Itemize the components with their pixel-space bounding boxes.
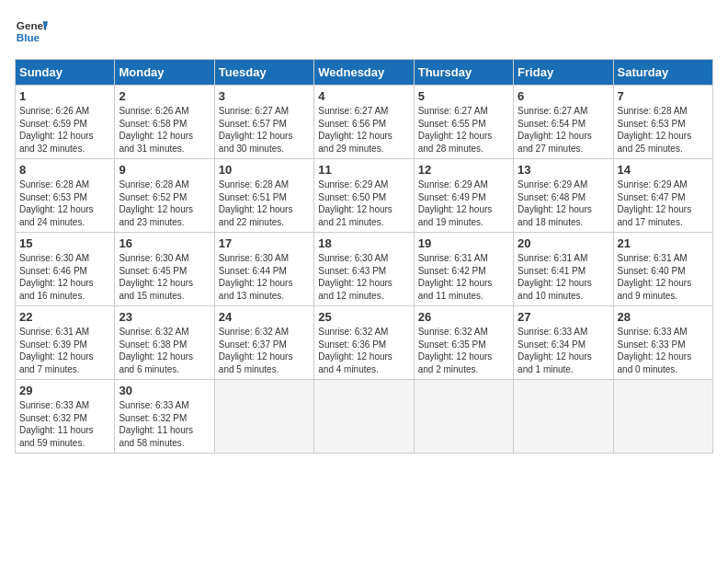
day-info: Sunrise: 6:33 AM Sunset: 6:32 PM Dayligh…: [19, 399, 110, 449]
calendar-cell: 21Sunrise: 6:31 AM Sunset: 6:40 PM Dayli…: [613, 233, 712, 306]
calendar-cell: 11Sunrise: 6:29 AM Sunset: 6:50 PM Dayli…: [314, 159, 414, 233]
day-number: 21: [618, 236, 709, 250]
day-number: 28: [618, 310, 709, 324]
calendar-cell: 8Sunrise: 6:28 AM Sunset: 6:53 PM Daylig…: [16, 159, 115, 233]
calendar-cell: 5Sunrise: 6:27 AM Sunset: 6:55 PM Daylig…: [414, 86, 513, 159]
svg-text:Blue: Blue: [17, 31, 40, 43]
day-number: 14: [618, 163, 709, 177]
calendar-cell: 28Sunrise: 6:33 AM Sunset: 6:33 PM Dayli…: [613, 306, 712, 380]
svg-text:General: General: [17, 19, 48, 31]
calendar-cell: 9Sunrise: 6:28 AM Sunset: 6:52 PM Daylig…: [115, 159, 214, 233]
day-number: 17: [219, 236, 310, 250]
day-number: 22: [19, 310, 110, 324]
day-info: Sunrise: 6:32 AM Sunset: 6:35 PM Dayligh…: [418, 326, 509, 375]
day-info: Sunrise: 6:26 AM Sunset: 6:59 PM Dayligh…: [19, 105, 110, 155]
day-info: Sunrise: 6:30 AM Sunset: 6:44 PM Dayligh…: [219, 252, 310, 302]
weekday-header-row: SundayMondayTuesdayWednesdayThursdayFrid…: [16, 60, 713, 86]
calendar-cell: 15Sunrise: 6:30 AM Sunset: 6:46 PM Dayli…: [16, 233, 115, 306]
calendar-cell: [414, 380, 513, 454]
day-info: Sunrise: 6:30 AM Sunset: 6:43 PM Dayligh…: [318, 252, 409, 302]
calendar-cell: 4Sunrise: 6:27 AM Sunset: 6:56 PM Daylig…: [314, 86, 414, 159]
day-number: 2: [119, 89, 210, 103]
day-number: 8: [19, 163, 110, 177]
day-number: 26: [418, 310, 509, 324]
day-info: Sunrise: 6:29 AM Sunset: 6:49 PM Dayligh…: [418, 178, 509, 228]
day-info: Sunrise: 6:29 AM Sunset: 6:47 PM Dayligh…: [618, 178, 709, 228]
calendar-cell: 24Sunrise: 6:32 AM Sunset: 6:37 PM Dayli…: [214, 306, 313, 380]
calendar-cell: 29Sunrise: 6:33 AM Sunset: 6:32 PM Dayli…: [16, 380, 115, 454]
day-number: 11: [318, 163, 409, 177]
calendar-cell: 14Sunrise: 6:29 AM Sunset: 6:47 PM Dayli…: [613, 159, 712, 233]
day-info: Sunrise: 6:31 AM Sunset: 6:41 PM Dayligh…: [518, 252, 609, 302]
day-number: 5: [418, 89, 509, 103]
day-number: 23: [119, 310, 210, 324]
header: General Blue: [15, 15, 713, 48]
day-info: Sunrise: 6:28 AM Sunset: 6:52 PM Dayligh…: [119, 178, 210, 228]
day-number: 20: [518, 236, 609, 250]
weekday-header-monday: Monday: [115, 60, 214, 86]
day-info: Sunrise: 6:29 AM Sunset: 6:50 PM Dayligh…: [318, 178, 409, 228]
calendar-cell: 7Sunrise: 6:28 AM Sunset: 6:53 PM Daylig…: [613, 86, 712, 159]
calendar-cell: 30Sunrise: 6:33 AM Sunset: 6:32 PM Dayli…: [115, 380, 214, 454]
day-number: 15: [19, 236, 110, 250]
day-info: Sunrise: 6:27 AM Sunset: 6:55 PM Dayligh…: [418, 105, 509, 155]
calendar-cell: [514, 380, 613, 454]
day-number: 6: [518, 89, 609, 103]
day-info: Sunrise: 6:33 AM Sunset: 6:32 PM Dayligh…: [119, 399, 210, 449]
weekday-header-friday: Friday: [514, 60, 613, 86]
day-info: Sunrise: 6:32 AM Sunset: 6:36 PM Dayligh…: [318, 326, 409, 375]
calendar-week-4: 22Sunrise: 6:31 AM Sunset: 6:39 PM Dayli…: [16, 306, 713, 380]
day-number: 18: [318, 236, 409, 250]
calendar-cell: [214, 380, 313, 454]
day-number: 19: [418, 236, 509, 250]
weekday-header-sunday: Sunday: [16, 60, 115, 86]
calendar-cell: 12Sunrise: 6:29 AM Sunset: 6:49 PM Dayli…: [414, 159, 513, 233]
calendar-cell: 1Sunrise: 6:26 AM Sunset: 6:59 PM Daylig…: [16, 86, 115, 159]
page-container: General Blue SundayMondayTuesdayWednesda…: [0, 0, 728, 461]
day-number: 12: [418, 163, 509, 177]
day-number: 25: [318, 310, 409, 324]
weekday-header-saturday: Saturday: [613, 60, 712, 86]
day-info: Sunrise: 6:28 AM Sunset: 6:53 PM Dayligh…: [618, 105, 709, 155]
calendar-cell: 10Sunrise: 6:28 AM Sunset: 6:51 PM Dayli…: [214, 159, 313, 233]
day-number: 9: [119, 163, 210, 177]
calendar-cell: 6Sunrise: 6:27 AM Sunset: 6:54 PM Daylig…: [514, 86, 613, 159]
day-info: Sunrise: 6:31 AM Sunset: 6:40 PM Dayligh…: [618, 252, 709, 302]
day-number: 1: [19, 89, 110, 103]
calendar-week-1: 1Sunrise: 6:26 AM Sunset: 6:59 PM Daylig…: [16, 86, 713, 159]
logo-icon: General Blue: [15, 15, 48, 48]
day-number: 16: [119, 236, 210, 250]
day-info: Sunrise: 6:27 AM Sunset: 6:56 PM Dayligh…: [318, 105, 409, 155]
weekday-header-tuesday: Tuesday: [214, 60, 313, 86]
calendar-table: SundayMondayTuesdayWednesdayThursdayFrid…: [15, 59, 713, 454]
calendar-cell: 26Sunrise: 6:32 AM Sunset: 6:35 PM Dayli…: [414, 306, 513, 380]
weekday-header-wednesday: Wednesday: [314, 60, 414, 86]
calendar-cell: 18Sunrise: 6:30 AM Sunset: 6:43 PM Dayli…: [314, 233, 414, 306]
day-info: Sunrise: 6:26 AM Sunset: 6:58 PM Dayligh…: [119, 105, 210, 155]
day-number: 3: [219, 89, 310, 103]
calendar-cell: 3Sunrise: 6:27 AM Sunset: 6:57 PM Daylig…: [214, 86, 313, 159]
day-info: Sunrise: 6:32 AM Sunset: 6:38 PM Dayligh…: [119, 326, 210, 375]
day-info: Sunrise: 6:30 AM Sunset: 6:46 PM Dayligh…: [19, 252, 110, 302]
day-number: 24: [219, 310, 310, 324]
day-info: Sunrise: 6:31 AM Sunset: 6:39 PM Dayligh…: [19, 326, 110, 375]
day-info: Sunrise: 6:28 AM Sunset: 6:51 PM Dayligh…: [219, 178, 310, 228]
day-number: 13: [518, 163, 609, 177]
calendar-cell: 27Sunrise: 6:33 AM Sunset: 6:34 PM Dayli…: [514, 306, 613, 380]
day-info: Sunrise: 6:27 AM Sunset: 6:57 PM Dayligh…: [219, 105, 310, 155]
calendar-week-5: 29Sunrise: 6:33 AM Sunset: 6:32 PM Dayli…: [16, 380, 713, 454]
calendar-cell: 16Sunrise: 6:30 AM Sunset: 6:45 PM Dayli…: [115, 233, 214, 306]
calendar-cell: 2Sunrise: 6:26 AM Sunset: 6:58 PM Daylig…: [115, 86, 214, 159]
day-info: Sunrise: 6:28 AM Sunset: 6:53 PM Dayligh…: [19, 178, 110, 228]
day-info: Sunrise: 6:30 AM Sunset: 6:45 PM Dayligh…: [119, 252, 210, 302]
calendar-cell: 13Sunrise: 6:29 AM Sunset: 6:48 PM Dayli…: [514, 159, 613, 233]
logo: General Blue: [15, 15, 48, 48]
calendar-cell: 20Sunrise: 6:31 AM Sunset: 6:41 PM Dayli…: [514, 233, 613, 306]
day-info: Sunrise: 6:31 AM Sunset: 6:42 PM Dayligh…: [418, 252, 509, 302]
day-number: 10: [219, 163, 310, 177]
calendar-week-2: 8Sunrise: 6:28 AM Sunset: 6:53 PM Daylig…: [16, 159, 713, 233]
calendar-week-3: 15Sunrise: 6:30 AM Sunset: 6:46 PM Dayli…: [16, 233, 713, 306]
calendar-cell: 23Sunrise: 6:32 AM Sunset: 6:38 PM Dayli…: [115, 306, 214, 380]
day-info: Sunrise: 6:32 AM Sunset: 6:37 PM Dayligh…: [219, 326, 310, 375]
day-number: 27: [518, 310, 609, 324]
